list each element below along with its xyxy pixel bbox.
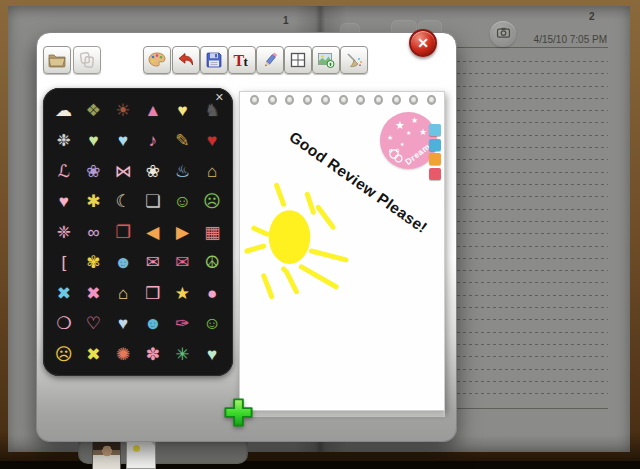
handbag-sticker[interactable]: ⌂ <box>108 278 138 309</box>
page-thumbnail[interactable] <box>126 438 156 469</box>
notepad-tab-red <box>429 168 441 180</box>
blue-cross-sticker[interactable]: ✖ <box>49 278 79 309</box>
pink-bow-sticker[interactable]: ⋈ <box>108 156 138 187</box>
text-button[interactable]: Tt <box>228 46 256 74</box>
left-page-number: 1 <box>283 15 289 26</box>
text-icon: Tt <box>232 50 252 70</box>
dialog-close-button[interactable]: ✕ <box>409 29 437 57</box>
graffiti-text-sticker[interactable]: ✑ <box>168 309 198 340</box>
bracket-sticker[interactable]: [ <box>49 248 79 279</box>
red-shoes-sticker[interactable]: ♥ <box>197 126 227 157</box>
blue-bear-sticker[interactable]: ☻ <box>108 248 138 279</box>
speech-bubble-sticker[interactable]: ☁ <box>49 95 79 126</box>
pink-dinosaur-sticker[interactable]: ▲ <box>138 95 168 126</box>
pages-button <box>73 46 101 74</box>
albums-button[interactable] <box>43 46 71 74</box>
tv-heart-sticker[interactable]: ▦ <box>197 217 227 248</box>
pink-blossom-sticker[interactable]: ✽ <box>138 339 168 370</box>
gold-label-sticker[interactable]: ✎ <box>168 126 198 157</box>
svg-text:t: t <box>244 54 249 69</box>
blue-cupcake-sticker[interactable]: ♨ <box>168 156 198 187</box>
pastel-hearts-sticker[interactable]: ♥ <box>197 339 227 370</box>
fireworks-sticker[interactable]: ✺ <box>108 339 138 370</box>
plus-icon <box>222 415 255 432</box>
caterpillar-sticker[interactable]: ✱ <box>79 187 109 218</box>
palette-icon <box>147 50 167 70</box>
sunglasses-sticker[interactable]: ∞ <box>79 217 109 248</box>
timestamp: 4/15/10 7:05 PM <box>470 34 607 45</box>
photo-icon <box>316 50 336 70</box>
dont-know-bubble-sticker[interactable]: ✉ <box>138 248 168 279</box>
dotted-heart-sticker[interactable]: ♥ <box>168 95 198 126</box>
heart-balloon-sticker[interactable]: ♥ <box>49 187 79 218</box>
pink-kitty-sticker[interactable]: ❈ <box>49 217 79 248</box>
sticker-panel: ☁❖☀▲♥♞❉♥♥♪✎♥ℒ❀⋈❀♨⌂♥✱☾❏☺☹❈∞❐◀▶▦[✾☻✉✉☮✖✖⌂❒… <box>43 88 233 376</box>
notepad-tab-orange <box>429 153 441 165</box>
sticker-panel-close-button[interactable]: ✕ <box>215 91 224 104</box>
photo-button[interactable] <box>312 46 340 74</box>
teddy-bear-icon <box>387 148 405 164</box>
pencil-button[interactable] <box>256 46 284 74</box>
sneaker-sticker[interactable]: ❏ <box>138 187 168 218</box>
notepad-tab-blue-1 <box>429 124 441 136</box>
app-screen: 1 2 4/15/10 7:05 PM Tt ✕ ☁❖☀▲♥♞❉♥♥♪✎♥ℒ❀⋈… <box>0 0 640 469</box>
undo-icon <box>176 50 196 70</box>
notepad-canvas[interactable]: Good Review Please! Dream ★★★★★★ <box>239 91 445 411</box>
arrow-left-sticker[interactable]: ◀ <box>138 217 168 248</box>
frame-icon <box>288 50 308 70</box>
folder-photos-icon <box>47 50 67 70</box>
right-page-number: 2 <box>589 11 595 22</box>
pages-icon <box>77 50 97 70</box>
sun-doodle-sticker[interactable]: ☀ <box>108 95 138 126</box>
striped-bag-sticker[interactable]: ❐ <box>108 217 138 248</box>
star-wand-sticker[interactable]: ★ <box>168 278 198 309</box>
sweet-love-text-sticker[interactable]: ♡ <box>79 309 109 340</box>
paw-print-sticker[interactable]: ❉ <box>49 126 79 157</box>
love-script-sticker[interactable]: ℒ <box>49 156 79 187</box>
add-page-button[interactable] <box>222 396 255 429</box>
green-heart-sticker[interactable]: ♥ <box>79 126 109 157</box>
undo-button[interactable] <box>172 46 200 74</box>
palette-button[interactable] <box>143 46 171 74</box>
crying-emoji-sticker[interactable]: ☹ <box>49 339 79 370</box>
happy-frog-sticker[interactable]: ☺ <box>168 187 198 218</box>
pink-cross-sticker[interactable]: ✖ <box>79 278 109 309</box>
clean-button[interactable] <box>340 46 368 74</box>
yellow-flower-sticker[interactable]: ✾ <box>79 248 109 279</box>
sticker-grid: ☁❖☀▲♥♞❉♥♥♪✎♥ℒ❀⋈❀♨⌂♥✱☾❏☺☹❈∞❐◀▶▦[✾☻✉✉☮✖✖⌂❒… <box>49 95 227 370</box>
honey-jar-sticker[interactable]: ⌂ <box>197 156 227 187</box>
pink-guitar-sticker[interactable]: ♪ <box>138 126 168 157</box>
frame-button[interactable] <box>284 46 312 74</box>
photo-thumbnail[interactable] <box>92 438 121 469</box>
blue-heart-sticker[interactable]: ♥ <box>108 126 138 157</box>
blue-mouse-sticker[interactable]: ☻ <box>138 309 168 340</box>
star-icon: ★ <box>411 117 418 125</box>
pencil-icon <box>260 50 280 70</box>
star-icon: ★ <box>387 134 393 141</box>
star-icon: ★ <box>395 120 405 131</box>
star-icon: ★ <box>419 128 427 137</box>
purple-bouquet-sticker[interactable]: ❀ <box>79 156 109 187</box>
arrow-right-sticker[interactable]: ▶ <box>168 217 198 248</box>
notepad-tab-blue-2 <box>429 139 441 151</box>
save-icon <box>204 50 224 70</box>
white-bouquet-sticker[interactable]: ❀ <box>138 156 168 187</box>
pink-shirt-sticker[interactable]: ❒ <box>138 278 168 309</box>
broom-icon <box>344 50 364 70</box>
confetti-sticker[interactable]: ✳ <box>168 339 198 370</box>
peace-marker-sticker[interactable]: ☮ <box>197 248 227 279</box>
crying-frog-sticker[interactable]: ☹ <box>197 187 227 218</box>
green-frog-face-sticker[interactable]: ☺ <box>197 309 227 340</box>
star-icon: ★ <box>406 130 411 136</box>
editor-dialog: Tt ✕ ☁❖☀▲♥♞❉♥♥♪✎♥ℒ❀⋈❀♨⌂♥✱☾❏☺☹❈∞❐◀▶▦[✾☻✉✉… <box>36 32 457 442</box>
special-pouch-sticker[interactable]: ❍ <box>49 309 79 340</box>
turtle-sticker[interactable]: ❖ <box>79 95 109 126</box>
sleeping-moon-sticker[interactable]: ☾ <box>108 187 138 218</box>
patch-heart-sticker[interactable]: ♥ <box>108 309 138 340</box>
star-icon: ★ <box>400 142 404 147</box>
dotted-circle-sticker[interactable]: ● <box>197 278 227 309</box>
yellow-cross-sticker[interactable]: ✖ <box>79 339 109 370</box>
save-button[interactable] <box>200 46 228 74</box>
love-you-bubble-sticker[interactable]: ✉ <box>168 248 198 279</box>
